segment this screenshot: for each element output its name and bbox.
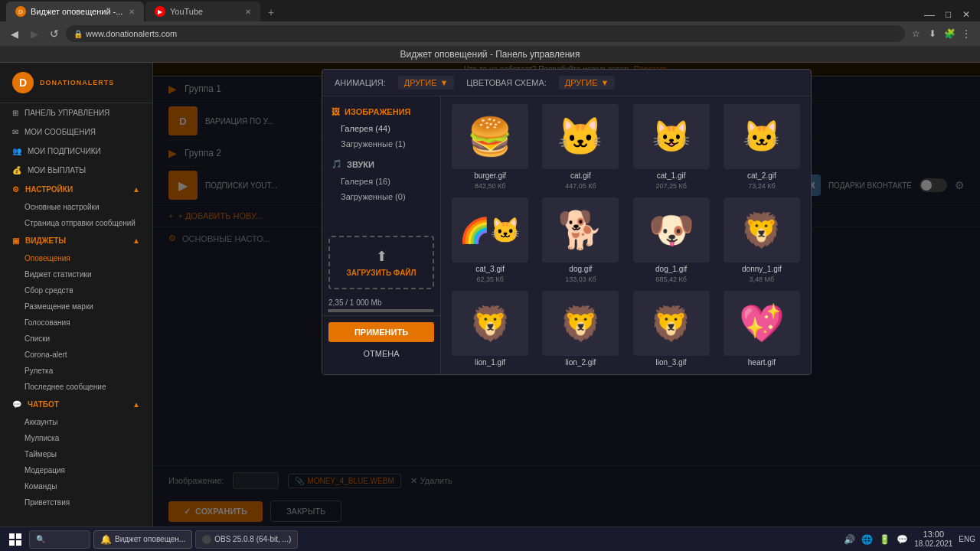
sidebar-sub-stat[interactable]: Виджет статистики xyxy=(0,266,152,282)
color-scheme-dropdown[interactable]: ДРУГИЕ ▼ xyxy=(559,76,616,90)
main-layout: D DONATIONALERTS ⊞ ПАНЕЛЬ УПРАВЛЕНИЯ ✉ М… xyxy=(0,63,980,527)
new-tab-button[interactable]: + xyxy=(262,3,280,21)
gallery-thumb-3: 🐱 xyxy=(724,104,800,169)
modal-section-sounds[interactable]: 🎵 ЗВУКИ xyxy=(322,155,440,174)
gallery-thumb-1: 🐱 xyxy=(542,104,619,169)
gallery-thumb-5: 🐕 xyxy=(542,197,619,262)
page-title-bar: Виджет оповещений - Панель управления xyxy=(0,46,980,63)
gallery-item-1[interactable]: 🐱 cat.gif 447,05 Кб xyxy=(539,104,622,190)
gallery-item-8[interactable]: 🦁 lion_1.gif xyxy=(449,291,531,367)
sidebar-item-payments[interactable]: 💰 МОИ ВЫПЛАТЫ xyxy=(0,161,152,180)
sidebar-label-messages: МОИ СООБЩЕНИЯ xyxy=(24,128,96,136)
tab-close-alerts[interactable]: ✕ xyxy=(129,8,135,16)
gallery-name-8: lion_1.gif xyxy=(475,358,505,367)
page-title: Виджет оповещений - Панель управления xyxy=(400,49,580,60)
sidebar-item-messages[interactable]: ✉ МОИ СООБЩЕНИЯ xyxy=(0,122,152,142)
sidebar-sub-accounts[interactable]: Аккаунты xyxy=(0,414,152,430)
sidebar-item-panel[interactable]: ⊞ ПАНЕЛЬ УПРАВЛЕНИЯ xyxy=(0,103,152,122)
gallery-size-5: 133,03 Кб xyxy=(565,276,596,283)
url-text: www.donationalerts.com xyxy=(86,29,177,38)
taskbar-item-alerts[interactable]: 🔔 Виджет оповещен... xyxy=(93,530,192,549)
gallery-item-5[interactable]: 🐕 dog.gif 133,03 Кб xyxy=(539,197,622,283)
sidebar-sub-corona[interactable]: Corona-alert xyxy=(0,347,152,363)
settings-chevron-icon: ▲ xyxy=(132,185,140,194)
browser-download-icon[interactable]: ⬇ xyxy=(925,26,940,41)
taskbar-item-obs[interactable]: OBS 25.0.8 (64-bit, ...) xyxy=(195,530,298,549)
animation-label: АНИМАЦИЯ: xyxy=(335,78,386,87)
apply-button[interactable]: ПРИМЕНИТЬ xyxy=(328,322,434,342)
tray-icon-3: 🔋 xyxy=(879,534,890,545)
sidebar-label-chatbot: ЧАТБОТ xyxy=(28,400,59,409)
gallery-item-9[interactable]: 🦁 lion_2.gif xyxy=(539,291,622,367)
storage-text: 2,35 / 1 000 Mb xyxy=(328,298,382,307)
subscribers-icon: 👥 xyxy=(12,147,21,155)
logo-text: DONATIONALERTS xyxy=(40,79,114,86)
sidebar-sub-mod[interactable]: Модерация xyxy=(0,462,152,478)
browser-ext-icon[interactable]: 🧩 xyxy=(942,26,957,41)
sidebar-sub-roulette[interactable]: Рулетка xyxy=(0,363,152,379)
sidebar-sub-greet[interactable]: Приветствия xyxy=(0,494,152,510)
gallery-thumb-10: 🦁 xyxy=(633,291,710,356)
sidebar-section-chatbot[interactable]: 💬 ЧАТБОТ ▲ xyxy=(0,395,152,414)
sidebar-sub-vote[interactable]: Голосования xyxy=(0,315,152,331)
sidebar-section-settings[interactable]: ⚙ НАСТРОЙКИ ▲ xyxy=(0,180,152,199)
upload-area[interactable]: ⬆ ЗАГРУЗИТЬ ФАЙЛ xyxy=(328,236,434,289)
gallery-item-7[interactable]: 🦁 donny_1.gif 3,48 Мб xyxy=(720,197,803,283)
minimize-button[interactable]: — xyxy=(922,9,937,20)
color-scheme-value: ДРУГИЕ xyxy=(565,78,598,87)
gallery-item-10[interactable]: 🦁 lion_3.gif xyxy=(630,291,713,367)
sidebar-label-payments: МОИ ВЫПЛАТЫ xyxy=(28,166,86,174)
nav-back-button[interactable]: ◀ xyxy=(6,25,23,42)
sidebar-sub-timers[interactable]: Таймеры xyxy=(0,446,152,462)
gallery-item-0[interactable]: 🍔 burger.gif 842,50 Кб xyxy=(449,104,531,190)
sidebar-sub-collect[interactable]: Сбор средств xyxy=(0,282,152,298)
modal-uploaded-sounds[interactable]: Загруженные (0) xyxy=(322,189,440,204)
sidebar-sub-pages[interactable]: Страница отправки сообщений xyxy=(0,215,152,231)
sidebar-sub-ads[interactable]: Размещение марки xyxy=(0,298,152,315)
sidebar-label-panel: ПАНЕЛЬ УПРАВЛЕНИЯ xyxy=(24,109,109,117)
sidebar: D DONATIONALERTS ⊞ ПАНЕЛЬ УПРАВЛЕНИЯ ✉ М… xyxy=(0,63,153,527)
gallery-item-2[interactable]: 😺 cat_1.gif 207,25 Кб xyxy=(630,104,713,190)
taskbar-search[interactable]: 🔍 xyxy=(29,530,90,549)
content-area: Что-то не работает? Попробуйте использов… xyxy=(153,63,980,527)
animation-dropdown-chevron: ▼ xyxy=(439,78,448,87)
browser-nav-actions: ☆ ⬇ 🧩 ⋮ xyxy=(908,26,974,41)
gallery-size-0: 842,50 Кб xyxy=(475,182,505,190)
gallery-name-0: burger.gif xyxy=(474,171,506,180)
url-bar[interactable]: 🔒 www.donationalerts.com xyxy=(66,25,905,42)
browser-menu-icon[interactable]: ⋮ xyxy=(959,26,974,41)
gallery-name-3: cat_2.gif xyxy=(747,171,776,180)
modal-gallery-sounds[interactable]: Галерея (16) xyxy=(322,174,440,189)
sidebar-sub-teams[interactable]: Команды xyxy=(0,478,152,494)
gallery-item-11[interactable]: 💖 heart.gif xyxy=(720,291,803,367)
taskbar-start-button[interactable] xyxy=(5,530,26,549)
logo-circle: D xyxy=(12,72,34,93)
sidebar-section-widgets[interactable]: ▣ ВИДЖЕТЫ ▲ xyxy=(0,231,152,250)
gallery-item-6[interactable]: 🐶 dog_1.gif 685,42 Кб xyxy=(630,197,713,283)
tab-youtube[interactable]: ▶ YouTube ✕ xyxy=(145,2,260,21)
modal-section-images[interactable]: 🖼 ИЗОБРАЖЕНИЯ xyxy=(322,103,440,121)
browser-star-icon[interactable]: ☆ xyxy=(908,26,923,41)
tab-close-yt[interactable]: ✕ xyxy=(245,8,251,16)
animation-dropdown[interactable]: ДРУГИЕ ▼ xyxy=(398,76,455,90)
tab-alerts[interactable]: D Виджет оповещений -... ✕ xyxy=(6,2,144,21)
sidebar-sub-lists[interactable]: Списки xyxy=(0,331,152,347)
tab-favicon-da: D xyxy=(15,6,26,17)
cancel-button[interactable]: ОТМЕНА xyxy=(328,345,434,362)
modal-gallery-images[interactable]: Галерея (44) xyxy=(322,121,440,136)
gallery-item-4[interactable]: 🌈🐱 cat_3.gif 62,35 Кб xyxy=(449,197,531,283)
maximize-button[interactable]: ☐ xyxy=(940,9,956,20)
sidebar-sub-lastmsg[interactable]: Последнее сообщение xyxy=(0,379,152,395)
sidebar-sub-alerts[interactable]: Оповещения xyxy=(0,250,152,266)
sidebar-sub-music[interactable]: Мулписка xyxy=(0,430,152,446)
close-window-button[interactable]: ✕ xyxy=(959,9,974,20)
svg-rect-2 xyxy=(9,540,15,546)
modal-uploaded-images[interactable]: Загруженные (1) xyxy=(322,136,440,152)
nav-forward-button[interactable]: ▶ xyxy=(26,25,43,42)
sidebar-item-subscribers[interactable]: 👥 МОИ ПОДПИСЧИКИ xyxy=(0,142,152,161)
gallery-size-2: 207,25 Кб xyxy=(655,182,686,190)
gallery-thumb-4: 🌈🐱 xyxy=(452,197,528,262)
gallery-item-3[interactable]: 🐱 cat_2.gif 73,24 Кб xyxy=(720,104,803,190)
sidebar-sub-general[interactable]: Основные настройки xyxy=(0,199,152,215)
nav-refresh-button[interactable]: ↺ xyxy=(46,25,63,42)
